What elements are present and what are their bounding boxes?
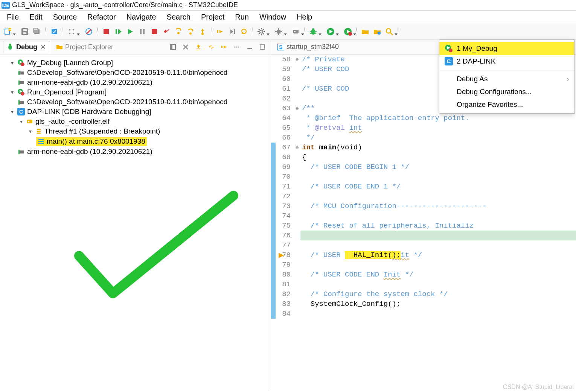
launch-group-icon[interactable] [343, 26, 353, 37]
tree-label: arm-none-eabi-gdb (10.2.90.20210621) [27, 147, 152, 156]
svg-rect-21 [152, 29, 157, 34]
tree-row-openocd2[interactable]: C:\Develop_Software\OpenOCD-20210519-0.1… [2, 97, 269, 107]
tree-row-daplink[interactable]: ▾ C DAP-LINK [GDB Hardware Debugging] [2, 107, 269, 117]
save-all-icon[interactable] [32, 26, 42, 37]
dropdown-item-mydebug[interactable]: 1 My_Debug [439, 42, 574, 55]
tree-label: Thread #1 (Suspended : Breakpoint) [44, 127, 160, 135]
step-return-icon[interactable] [197, 26, 208, 37]
open-project-icon[interactable] [372, 26, 382, 37]
dropdown-label: Debug Configurations... [457, 88, 532, 96]
step-into-icon[interactable] [173, 26, 184, 37]
thread-icon [35, 128, 42, 135]
menu-file[interactable]: File [7, 13, 19, 21]
folder-small-icon [56, 44, 63, 50]
dropdown-item-organize[interactable]: Organize Favorites... [439, 98, 574, 111]
fold-minus-icon[interactable]: ⊖ [294, 143, 300, 152]
svg-line-62 [390, 33, 393, 35]
menu-refactor[interactable]: Refactor [87, 13, 116, 21]
save-icon[interactable] [20, 26, 30, 37]
tree-row-launchgroup[interactable]: ▾ My_Debug [Launch Group] [2, 58, 269, 68]
new-icon[interactable] [2, 26, 13, 37]
menu-help[interactable]: Help [297, 13, 312, 21]
svg-point-71 [235, 47, 236, 48]
remove-all-icon[interactable] [180, 42, 191, 52]
current-line[interactable]: HAL_Init(); [300, 231, 576, 240]
menu-source[interactable]: Source [53, 13, 77, 21]
fold-minus-icon[interactable]: ⊖ [294, 55, 300, 64]
board-icon[interactable] [291, 26, 301, 37]
stop2-icon[interactable] [149, 26, 160, 37]
tree-row-elf[interactable]: ▾ gls_-auto_-controller.elf [2, 117, 269, 126]
tree-row-thread[interactable]: ▾ Thread #1 (Suspended : Breakpoint) [2, 126, 269, 136]
chevron-down-icon[interactable]: ▾ [18, 119, 24, 125]
tree-row-runopenocd[interactable]: ▾ Run_Openocd [Program] [2, 87, 269, 97]
tab-debug-close[interactable]: ✕ [40, 43, 47, 51]
chevron-down-icon[interactable]: ▾ [9, 89, 15, 95]
reset-icon[interactable] [227, 26, 237, 37]
launch-group-icon [17, 59, 25, 67]
maximize-icon[interactable] [257, 42, 268, 52]
menu-run[interactable]: Run [235, 13, 249, 21]
main-area: Debug ✕ Project Explorer ▾ [0, 40, 576, 390]
resume-icon[interactable] [113, 26, 123, 37]
tree-row-openocd[interactable]: C:\Develop_Software\OpenOCD-20210519-0.1… [2, 68, 269, 77]
menu-search[interactable]: Search [167, 13, 190, 21]
gear-icon[interactable] [256, 26, 267, 37]
dropdown-item-debug-as[interactable]: Debug As › [439, 73, 574, 85]
svg-point-72 [236, 47, 238, 48]
svg-point-100 [449, 49, 453, 52]
bug-icon[interactable] [308, 26, 318, 37]
menu-project[interactable]: Project [201, 13, 224, 21]
chevron-down-icon[interactable]: ▾ [27, 128, 33, 134]
editor-tab-startup[interactable]: S startup_stm32f40 [274, 41, 342, 53]
debug-panel: Debug ✕ Project Explorer ▾ [0, 40, 271, 390]
svg-point-61 [386, 29, 391, 33]
chip-icon[interactable] [273, 26, 284, 37]
disconnect-icon[interactable] [161, 26, 172, 37]
stop-icon[interactable] [101, 26, 111, 37]
tab-project-explorer[interactable]: Project Explorer [53, 42, 116, 53]
target-board-icon [26, 118, 33, 125]
play-circle-icon[interactable] [325, 26, 336, 37]
menu-navigate[interactable]: Navigate [126, 13, 156, 21]
svg-line-53 [310, 33, 311, 34]
tree-row-gdb2[interactable]: arm-none-eabi-gdb (10.2.90.20210621) [2, 147, 269, 156]
toolbar-divider [304, 27, 305, 36]
svg-rect-93 [38, 141, 44, 142]
search-icon[interactable] [384, 26, 395, 37]
step-over-icon[interactable] [185, 26, 196, 37]
build-icon[interactable] [49, 26, 59, 37]
svg-point-91 [28, 121, 29, 122]
step-instr-icon[interactable] [215, 26, 225, 37]
layout-icon[interactable] [168, 42, 178, 52]
dropdown-item-daplink[interactable]: C 2 DAP-LINK [439, 55, 574, 68]
target-icon [18, 148, 25, 155]
minimize-icon[interactable] [244, 42, 255, 52]
open-folder-icon[interactable] [360, 26, 370, 37]
chevron-down-icon[interactable]: ▾ [9, 109, 15, 115]
toolbar-divider [252, 27, 253, 36]
pause-icon[interactable] [137, 26, 148, 37]
view-menu-icon[interactable] [232, 42, 242, 52]
tree-row-gdb1[interactable]: arm-none-eabi-gdb (10.2.90.20210621) [2, 77, 269, 87]
run-icon[interactable] [125, 26, 136, 37]
toolbar-divider [45, 27, 46, 36]
dots-icon[interactable] [66, 26, 77, 37]
tree-row-frame[interactable]: main() at main.c:76 0x8001938 [2, 136, 269, 147]
menu-window[interactable]: Window [259, 13, 286, 21]
svg-marker-70 [224, 46, 227, 49]
no-connect-icon[interactable] [84, 26, 94, 37]
chevron-down-icon[interactable]: ▾ [9, 60, 15, 66]
collapse-all-icon[interactable] [193, 42, 204, 52]
dropdown-label: 1 My_Debug [457, 44, 497, 53]
target-icon [18, 99, 25, 105]
menu-edit[interactable]: Edit [29, 13, 42, 21]
tab-debug[interactable]: Debug ✕ [3, 41, 50, 53]
link-icon[interactable] [206, 42, 216, 52]
restart-icon[interactable] [239, 26, 249, 37]
instr-step-icon[interactable] [219, 42, 229, 52]
debug-tree[interactable]: ▾ My_Debug [Launch Group] C:\Develop_Sof… [0, 55, 271, 390]
run-dropdown-menu: 1 My_Debug C 2 DAP-LINK Debug As › Debug… [439, 40, 574, 114]
dropdown-item-debug-config[interactable]: Debug Configurations... [439, 85, 574, 98]
fold-minus-icon[interactable]: ⊖ [294, 103, 300, 113]
